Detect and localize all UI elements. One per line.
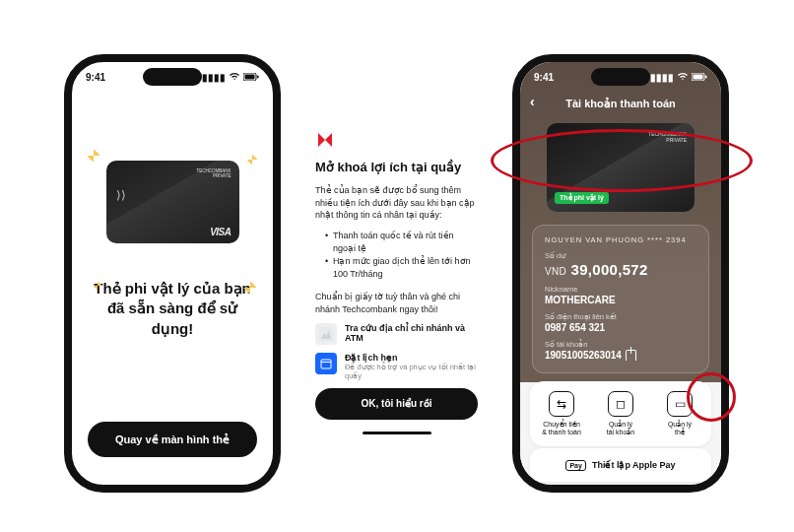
action-manage-account[interactable]: ◻ Quản lýtài khoản <box>591 391 650 436</box>
wallet-icon: ◻ <box>608 391 633 417</box>
panel-paragraph-1: Thẻ của bạn sẽ được bổ sung thêm nhiều t… <box>315 184 478 222</box>
nickname-label: Nickname <box>545 285 696 294</box>
linked-phone-value: 0987 654 321 <box>545 322 696 333</box>
share-icon[interactable] <box>626 350 636 361</box>
phone-screen-1: 9:41 ▮▮▮▮ ⟩⟩ TECHCOMBANK PRIVATE VISA <box>64 54 281 493</box>
quick-actions-card: ⇆ Chuyển tiền& thanh toán ◻ Quản lýtài k… <box>530 381 711 446</box>
action-manage-card[interactable]: ▭ Quản lýthẻ <box>650 391 709 436</box>
headline: Thẻ phi vật lý của bạn đã sẵn sàng để sử… <box>88 279 257 339</box>
card-type-tag: Thẻ phi vật lý <box>555 192 609 204</box>
nickname-value: MOTHERCARE <box>545 295 696 305</box>
bank-tier: PRIVATE <box>213 173 232 178</box>
home-indicator <box>363 432 431 434</box>
contactless-icon: ⟩⟩ <box>116 188 126 202</box>
apple-pay-badge-icon: Pay <box>565 460 585 471</box>
svg-rect-7 <box>694 74 703 79</box>
balance-label: Số dư <box>545 251 696 260</box>
bank-name: TECHCOMBANK <box>196 168 231 173</box>
schedule-sublabel: Để được hỗ trợ và phục vụ tốt nhất tại q… <box>345 363 478 380</box>
setup-apple-pay-button[interactable]: Pay Thiết lập Apple Pay <box>530 448 711 482</box>
action-transfer-and-pay[interactable]: ⇆ Chuyển tiền& thanh toán <box>532 391 591 436</box>
panel-title: Mở khoá lợi ích tại quầy <box>315 160 478 174</box>
svg-rect-1 <box>245 74 255 79</box>
battery-icon <box>692 72 707 83</box>
map-thumbnail-icon <box>315 323 337 345</box>
bank-tier: PRIVATE <box>666 137 687 143</box>
benefit-item: Thanh toán quốc tế và rút tiền ngoại tệ <box>325 230 478 255</box>
signal-icon: ▮▮▮▮ <box>650 72 674 83</box>
card-icon: ▭ <box>667 391 693 417</box>
card-privileges-row[interactable]: 1 Đặc quyền thẻ ⌄ <box>530 490 711 493</box>
currency: VND <box>545 266 566 277</box>
visa-logo: VISA <box>210 227 231 237</box>
wifi-icon <box>677 72 689 83</box>
phone-screen-3: 9:41 ▮▮▮▮ ‹ Tài khoản thanh toán TECHCOM… <box>512 54 729 493</box>
calendar-icon <box>315 353 337 374</box>
dynamic-island <box>591 68 650 86</box>
dynamic-island <box>143 68 202 86</box>
ok-understood-button[interactable]: OK, tôi hiểu rồi <box>315 388 478 420</box>
balance-value: 39,000,572 <box>570 261 647 278</box>
branch-locator-row[interactable]: Tra cứu địa chỉ chi nhánh và ATM <box>315 323 478 345</box>
account-number-label: Số tài khoản <box>545 340 696 349</box>
screen-title: Tài khoản thanh toán <box>565 98 676 110</box>
benefits-list: Thanh toán quốc tế và rút tiền ngoại tệ … <box>315 230 478 281</box>
branch-locator-label: Tra cứu địa chỉ chi nhánh và ATM <box>345 323 478 343</box>
linked-phone-label: Số điện thoại liên kết <box>545 312 696 321</box>
techcombank-logo-icon <box>315 130 335 150</box>
account-info-card: NGUYEN VAN PHUONG **** 2394 Số dư VND 39… <box>532 225 709 373</box>
svg-rect-2 <box>257 75 259 78</box>
svg-rect-4 <box>321 360 331 368</box>
panel-paragraph-2: Chuẩn bị giấy tờ tuỳ thân và ghé chi nhá… <box>315 291 478 315</box>
info-panel: Mở khoá lợi ích tại quầy Thẻ của bạn sẽ … <box>315 130 478 434</box>
back-to-card-screen-button[interactable]: Quay về màn hình thẻ <box>88 422 257 457</box>
benefit-item: Hạn mức giao dịch thẻ lên tới hơn 100 Tr… <box>325 255 478 281</box>
cardholder-name: NGUYEN VAN PHUONG **** 2394 <box>545 235 696 244</box>
sparkle-icon <box>86 149 99 163</box>
battery-icon <box>243 72 259 83</box>
svg-rect-8 <box>705 75 707 78</box>
apple-pay-label: Thiết lập Apple Pay <box>592 460 676 470</box>
transfer-icon: ⇆ <box>549 391 574 417</box>
clock: 9:41 <box>86 72 105 83</box>
account-number-value: 19051005263014 <box>545 350 622 361</box>
credit-card-preview[interactable]: TECHCOMBANK PRIVATE Thẻ phi vật lý <box>547 123 695 212</box>
credit-card-illustration: ⟩⟩ TECHCOMBANK PRIVATE VISA <box>106 161 239 243</box>
schedule-appointment-row[interactable]: Đặt lịch hẹn Để được hỗ trợ và phục vụ t… <box>315 353 478 380</box>
wifi-icon <box>229 72 240 83</box>
schedule-label: Đặt lịch hẹn <box>345 353 478 363</box>
signal-icon: ▮▮▮▮ <box>202 72 226 83</box>
sparkle-icon <box>246 154 257 165</box>
clock: 9:41 <box>534 72 554 83</box>
back-icon[interactable]: ‹ <box>530 94 535 109</box>
